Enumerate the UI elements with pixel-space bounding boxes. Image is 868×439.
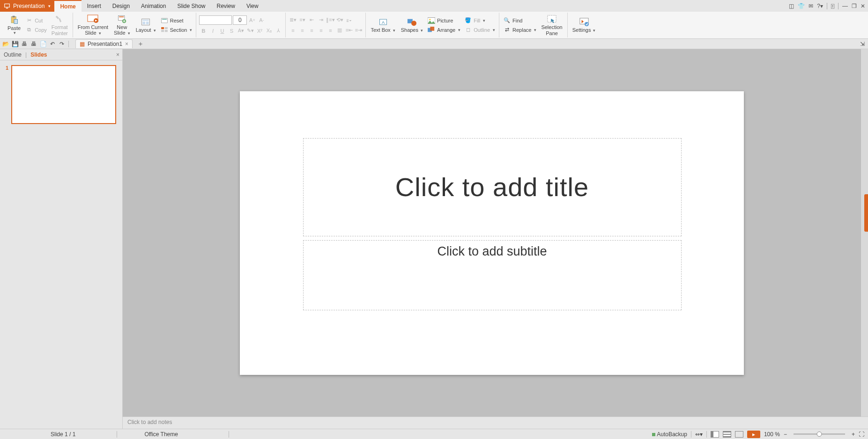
skin-icon[interactable]: 👕 [798,3,805,9]
reset-button[interactable]: Reset [160,16,193,25]
align-left-button[interactable]: ≡ [289,26,297,35]
feedback-icon[interactable]: ✉ [809,3,813,9]
right-edge-tab[interactable] [864,194,868,232]
decrease-indent-button[interactable]: ⇤ [307,16,316,24]
find-button[interactable]: 🔍Find [502,16,537,25]
zoom-slider[interactable] [794,433,845,435]
slideshow-button[interactable]: ▸ [747,431,760,438]
font-color-button[interactable]: A▾ [237,27,245,35]
strikethrough-button[interactable]: S [227,27,236,35]
document-tab[interactable]: ▦ Presentation1 × [75,39,133,48]
notes-pane[interactable]: Click to add notes [123,417,868,429]
format-painter-button[interactable]: Format Painter [50,13,70,37]
zoom-out-button[interactable]: − [784,431,787,438]
italic-button[interactable]: I [208,27,217,35]
zoom-in-button[interactable]: + [852,431,855,438]
clear-format-button[interactable]: ⅄ [274,27,282,35]
tab-insert[interactable]: Insert [82,0,107,12]
increase-indent-button[interactable]: ⇥ [317,16,325,24]
normal-view-button[interactable] [711,431,719,438]
zoom-level[interactable]: 100 % [764,431,780,438]
font-name-input[interactable] [199,15,232,25]
highlight-button[interactable]: ✎▾ [246,27,254,35]
redo-icon[interactable]: ↷ [58,40,66,48]
bullets-button[interactable]: ≣▾ [289,16,297,24]
fill-button[interactable]: 🪣Fill▾ [463,16,496,25]
justify-button[interactable]: ≡ [317,26,325,35]
close-icon[interactable]: ✕ [861,3,865,9]
vertical-scrollbar[interactable] [861,49,868,417]
close-tab-icon[interactable]: × [125,41,128,47]
outline-button[interactable]: ◻Outline▾ [463,26,496,34]
arrange-label: Arrange [437,27,455,33]
close-panel-icon[interactable]: × [116,51,119,58]
sorter-view-button[interactable] [723,431,731,438]
app-menu-button[interactable]: Presentation ▾ [0,0,54,12]
subscript-button[interactable]: X₂ [265,27,273,35]
from-current-slide-button[interactable]: From Current Slide ▾ [76,13,110,37]
replace-button[interactable]: ⇄Replace▾ [502,26,537,34]
tab-view[interactable]: View [241,0,264,12]
underline-button[interactable]: U [218,27,226,35]
paste-button[interactable]: Paste▾ [6,14,22,37]
superscript-button[interactable]: X² [255,27,264,35]
open-icon[interactable]: 📂 [2,40,9,48]
bold-button[interactable]: B [199,27,208,35]
print-icon[interactable]: 🖶 [21,40,28,48]
line-spacing-button[interactable]: ‖≡▾ [326,16,334,24]
reading-view-button[interactable] [735,431,743,438]
restore-icon[interactable]: ❐ [852,3,857,9]
help-icon[interactable]: ?▾ [817,3,823,9]
distributed-button[interactable]: ≡ [326,26,334,35]
save-icon[interactable]: 💾 [11,40,19,48]
tab-review[interactable]: Review [211,0,241,12]
text-box-button[interactable]: A Text Box ▾ [369,16,397,34]
fit-to-window-button[interactable]: ⛶ [859,431,864,438]
copy-icon: ⧉ [25,26,33,34]
autobackup-status[interactable]: AutoBackup [652,431,687,438]
align-right-button[interactable]: ≡ [307,26,316,35]
fill-label: Fill [474,18,480,23]
numbering-button[interactable]: ≡▾ [298,16,306,24]
indent-right-button[interactable]: ≡⇥ [354,26,363,35]
text-direction-button[interactable]: ⟲▾ [335,16,344,24]
picture-button[interactable]: Picture [427,16,461,25]
columns-button[interactable]: ▥ [335,26,344,35]
slide-thumbnail[interactable] [11,65,116,124]
title-placeholder[interactable]: Click to add title [303,138,682,236]
undo-icon[interactable]: ↶ [49,40,56,48]
arrange-button[interactable]: Arrange▾ [427,26,461,34]
settings-button[interactable]: Settings ▾ [571,16,598,34]
shapes-button[interactable]: Shapes ▾ [399,16,425,34]
ribbon-toggle-icon[interactable]: ⍐ [831,3,834,9]
increase-font-button[interactable]: A+ [248,16,256,24]
tab-design[interactable]: Design [107,0,135,12]
add-tab-button[interactable]: ＋ [137,40,144,48]
minimize-icon[interactable]: — [842,3,848,9]
tab-animation[interactable]: Animation [135,0,171,12]
align-text-button[interactable]: ⫆▾ [345,16,353,24]
qat-options-icon[interactable]: ⇲ [859,40,866,48]
slides-tab[interactable]: Slides [30,51,47,58]
align-center-button[interactable]: ≡ [298,26,306,35]
print-preview-icon[interactable]: 🖶 [30,40,37,48]
export-pdf-icon[interactable]: 📄 [39,40,47,48]
selection-pane-button[interactable]: Selection Pane [539,13,564,37]
layout-button[interactable]: Layout ▾ [134,16,158,34]
user-icon[interactable]: ◫ [789,3,794,9]
tab-home[interactable]: Home [54,0,81,12]
tab-slide-show[interactable]: Slide Show [171,0,211,12]
slide-canvas[interactable]: Click to add title Click to add subtitle [123,49,861,417]
subtitle-placeholder[interactable]: Click to add subtitle [303,240,682,310]
decrease-font-button[interactable]: A- [257,16,266,24]
new-slide-button[interactable]: New Slide ▾ [112,13,132,37]
indent-left-button[interactable]: ≡⇤ [345,26,353,35]
section-button[interactable]: Section▾ [160,26,193,34]
copy-button[interactable]: ⧉Copy [24,26,48,34]
outline-tab[interactable]: Outline [4,51,22,58]
font-size-input[interactable]: 0 [233,15,247,25]
replace-label: Replace [512,27,531,33]
zoom-thumb[interactable] [816,432,822,437]
fit-icon[interactable]: ⇔▾ [695,431,703,438]
cut-button[interactable]: ✂Cut [24,16,48,25]
